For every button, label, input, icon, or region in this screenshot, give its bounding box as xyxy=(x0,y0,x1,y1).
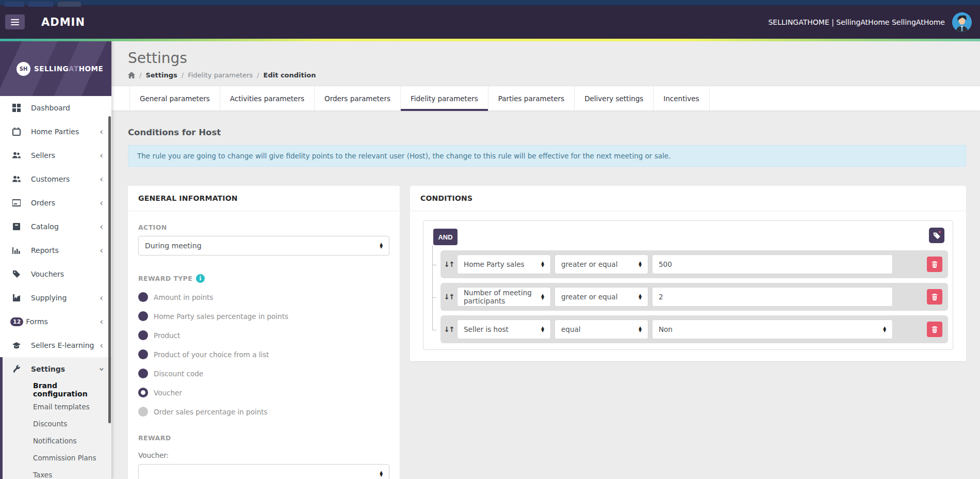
chevron-left-icon: ‹ xyxy=(100,175,103,184)
condition-field-select[interactable]: Home Party sales ▲▼ xyxy=(457,254,551,274)
submenu-item-taxes[interactable]: Taxes xyxy=(3,466,111,479)
sidebar-item-catalog[interactable]: Catalog ‹ xyxy=(0,215,111,238)
browser-tab-stub xyxy=(58,2,81,7)
sidebar-item-home-parties[interactable]: Home Parties ‹ xyxy=(0,120,111,143)
condition-field-select[interactable]: Number of meeting participants ▲▼ xyxy=(457,287,551,307)
breadcrumb-edit-condition: Edit condition xyxy=(264,71,316,79)
tab-incentives[interactable]: Incentives xyxy=(654,86,709,110)
logo-sh-badge: SH xyxy=(17,62,30,76)
tag-icon xyxy=(12,270,21,278)
condition-row: ↓↑ Seller is host ▲▼ equal ▲▼ xyxy=(440,315,948,343)
sidebar-nav: Dashboard Home Parties ‹ Sellers ‹ Custo… xyxy=(0,96,111,479)
reward-option-home-party-sales-percentage[interactable]: Home Party sales percentage in points xyxy=(138,311,389,321)
condition-value-select[interactable]: Non ▲▼ xyxy=(652,320,893,339)
sidebar-item-supplying[interactable]: Supplying ‹ xyxy=(0,286,111,310)
conditions-builder: AND xyxy=(423,220,953,350)
forms-count-badge: 12 xyxy=(10,317,23,326)
main-content: Settings Settings Fidelity parameters Ed… xyxy=(111,41,980,479)
sidebar-item-forms[interactable]: 12 Forms ‹ xyxy=(0,310,111,333)
drag-sort-icon[interactable]: ↓↑ xyxy=(444,325,454,333)
condition-comparator-select[interactable]: equal ▲▼ xyxy=(554,320,648,339)
radio-unselected-icon[interactable] xyxy=(138,311,148,321)
condition-comparator-select[interactable]: greater or equal ▲▼ xyxy=(554,254,648,274)
drag-sort-icon[interactable]: ↓↑ xyxy=(444,260,454,268)
sidebar-item-vouchers[interactable]: Vouchers xyxy=(0,262,111,286)
sidebar-scrollbar-thumb[interactable] xyxy=(108,116,111,423)
info-icon[interactable]: i xyxy=(196,274,205,283)
reward-option-discount-code[interactable]: Discount code xyxy=(138,369,389,378)
and-operator-button[interactable]: AND xyxy=(433,229,458,245)
chevron-down-icon: ‹ xyxy=(97,367,106,371)
submenu-item-discounts[interactable]: Discounts xyxy=(3,415,111,432)
page-title: Settings xyxy=(128,50,966,67)
radio-unselected-icon[interactable] xyxy=(138,369,148,378)
select-arrows-icon: ▲▼ xyxy=(639,294,642,300)
breadcrumb-settings[interactable]: Settings xyxy=(145,71,177,79)
chevron-left-icon: ‹ xyxy=(100,294,103,302)
tree-connector xyxy=(432,245,433,330)
select-arrows-icon: ▲▼ xyxy=(541,326,544,332)
tab-activities-parameters[interactable]: Activities parameters xyxy=(220,86,315,110)
condition-value-input[interactable]: 500 xyxy=(652,254,893,274)
radio-unselected-icon[interactable] xyxy=(138,292,148,302)
sidebar-item-sellers[interactable]: Sellers ‹ xyxy=(0,143,111,167)
select-arrows-icon: ▲▼ xyxy=(639,326,642,332)
reward-option-product-choice-from-list[interactable]: Product of your choice from a list xyxy=(138,349,389,359)
action-select[interactable]: During meeting ▲▼ xyxy=(138,236,389,256)
tab-parties-parameters[interactable]: Parties parameters xyxy=(488,86,575,110)
conditions-panel: CONDITIONS AND xyxy=(410,186,966,361)
trash-icon xyxy=(931,293,938,300)
conditions-title: CONDITIONS xyxy=(410,186,966,211)
submenu-item-email-templates[interactable]: Email templates xyxy=(3,398,111,415)
breadcrumb-fidelity-parameters[interactable]: Fidelity parameters xyxy=(188,71,253,79)
hamburger-menu-button[interactable] xyxy=(5,14,25,29)
sidebar: SH SELLINGATHOME Dashboard Home Parties … xyxy=(0,41,111,479)
submenu-item-notifications[interactable]: Notifications xyxy=(3,432,111,449)
bar-chart-icon xyxy=(12,246,21,254)
reward-option-product[interactable]: Product xyxy=(138,330,389,340)
radio-unselected-icon[interactable] xyxy=(138,349,148,359)
tab-general-parameters[interactable]: General parameters xyxy=(129,86,220,110)
wrench-icon xyxy=(12,365,21,373)
factory-icon xyxy=(12,294,21,302)
user-avatar[interactable] xyxy=(952,12,972,32)
delete-condition-button[interactable] xyxy=(927,289,942,305)
sidebar-logo[interactable]: SH SELLINGATHOME xyxy=(0,41,111,96)
radio-selected-icon[interactable] xyxy=(138,388,148,397)
dashboard-icon xyxy=(12,104,21,112)
reward-option-amount-in-points[interactable]: Amount in points xyxy=(138,292,389,302)
tab-delivery-settings[interactable]: Delivery settings xyxy=(575,86,654,110)
select-arrows-icon: ▲▼ xyxy=(541,261,544,267)
user-account-label[interactable]: SELLINGATHOME | SellingAtHome SellingAtH… xyxy=(768,18,945,26)
sidebar-item-sellers-elearning[interactable]: Sellers E-learning ‹ xyxy=(0,333,111,357)
radio-unselected-icon[interactable] xyxy=(138,330,148,340)
condition-value-input[interactable]: 2 xyxy=(652,287,893,307)
sidebar-item-dashboard[interactable]: Dashboard xyxy=(0,96,111,120)
sidebar-item-orders[interactable]: Orders ‹ xyxy=(0,191,111,215)
add-condition-tag-button[interactable] xyxy=(929,228,944,243)
tree-connector xyxy=(432,297,436,298)
people-icon xyxy=(12,175,21,183)
reward-type-label: REWARD TYPE i xyxy=(138,274,389,283)
tree-connector xyxy=(432,265,436,265)
tab-fidelity-parameters[interactable]: Fidelity parameters xyxy=(401,86,488,110)
delete-condition-button[interactable] xyxy=(927,257,942,272)
breadcrumb-separator xyxy=(182,71,184,79)
sidebar-item-customers[interactable]: Customers ‹ xyxy=(0,167,111,191)
reward-option-voucher[interactable]: Voucher xyxy=(138,388,389,397)
radio-disabled-icon xyxy=(138,407,148,417)
condition-field-select[interactable]: Seller is host ▲▼ xyxy=(457,320,551,339)
sidebar-item-reports[interactable]: Reports ‹ xyxy=(0,238,111,262)
home-icon[interactable] xyxy=(128,72,135,78)
breadcrumb: Settings Fidelity parameters Edit condit… xyxy=(128,71,966,79)
submenu-item-commission-plans[interactable]: Commission Plans xyxy=(3,449,111,466)
sidebar-item-settings[interactable]: Settings ‹ xyxy=(3,357,111,381)
submenu-item-brand-configuration[interactable]: Brand configuration xyxy=(3,381,111,398)
condition-comparator-select[interactable]: greater or equal ▲▼ xyxy=(554,287,648,307)
select-arrows-icon: ▲▼ xyxy=(639,261,642,267)
drag-sort-icon[interactable]: ↓↑ xyxy=(444,293,454,301)
delete-condition-button[interactable] xyxy=(927,322,942,337)
browser-strip xyxy=(0,0,980,5)
voucher-select[interactable]: ▲▼ xyxy=(138,464,389,479)
tab-orders-parameters[interactable]: Orders parameters xyxy=(315,86,401,110)
